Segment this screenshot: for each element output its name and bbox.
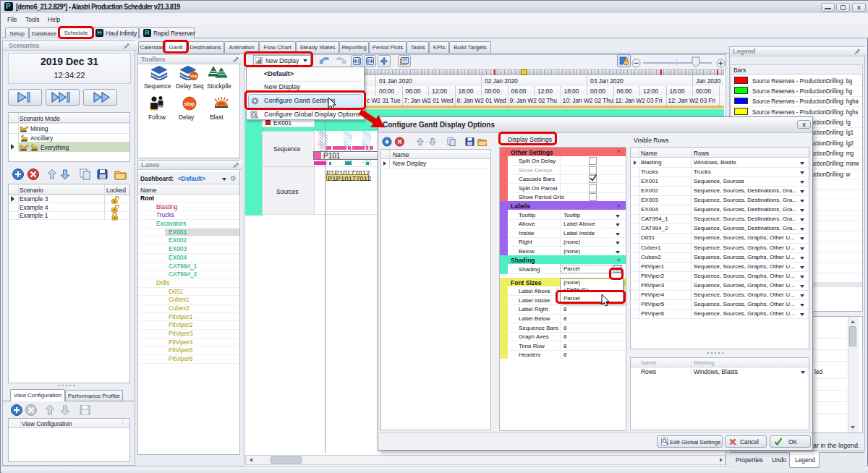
- svg-text:stop: stop: [190, 74, 197, 78]
- svg-text:stop: stop: [184, 101, 195, 107]
